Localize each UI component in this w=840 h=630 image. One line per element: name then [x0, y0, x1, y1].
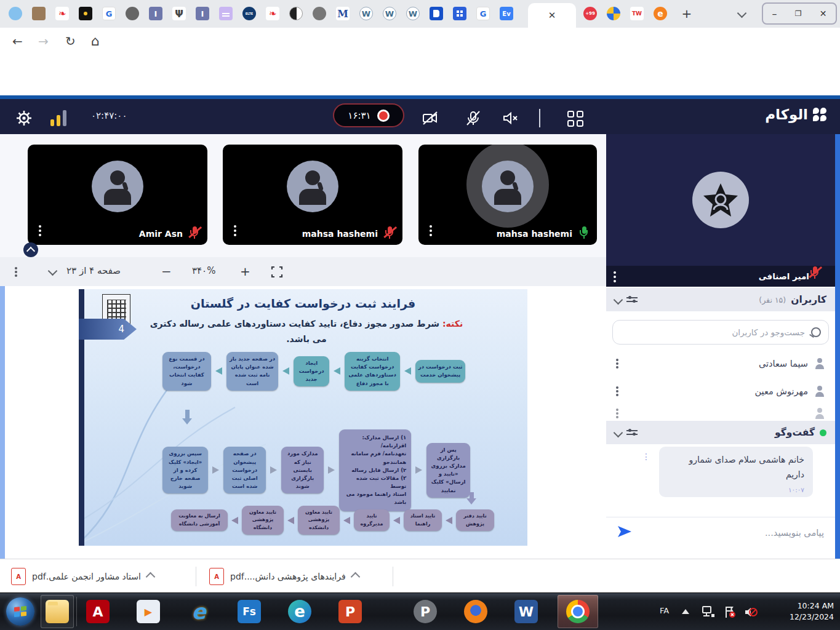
- tab-tw-icon[interactable]: TW: [630, 7, 644, 20]
- speaker-muted-icon[interactable]: [501, 109, 519, 127]
- left-scrollbar[interactable]: [0, 286, 5, 559]
- record-icon[interactable]: [377, 110, 390, 122]
- taskbar-psiphon-button[interactable]: P: [409, 595, 442, 628]
- tab-close-icon[interactable]: ✕: [548, 10, 556, 21]
- taskbar-powerpoint-button[interactable]: P: [334, 595, 367, 628]
- download-file-name[interactable]: فرایندهای پژوهشی دانش....pdf: [230, 572, 346, 581]
- window-restore-button[interactable]: ❐: [795, 9, 802, 18]
- pinned-tab-gmail-icon[interactable]: M: [336, 7, 350, 20]
- user-menu-kebab-icon[interactable]: [616, 386, 618, 389]
- tab-e-orange-icon[interactable]: e: [654, 7, 667, 20]
- user-list-item[interactable]: سیما سعادتی: [606, 351, 835, 377]
- window-close-button[interactable]: ✕: [820, 9, 827, 18]
- flow-box: سپس برروی «ایجاد» کلیک کرده و از صفحه خا…: [162, 447, 208, 493]
- pinned-tab-translate-icon[interactable]: G: [476, 7, 490, 20]
- recording-pill[interactable]: ۱۶:۳۱: [334, 105, 403, 126]
- tab-swirl-icon[interactable]: [607, 7, 620, 20]
- pinned-tab-camera-icon[interactable]: [79, 7, 92, 20]
- pinned-tab-globe-icon[interactable]: [126, 7, 139, 20]
- layout-grid-icon[interactable]: [567, 111, 583, 127]
- action-center-flag-icon[interactable]: [724, 605, 736, 621]
- user-list-item-partial[interactable]: [606, 406, 835, 421]
- taskbar-media-player-button[interactable]: ▶: [132, 595, 165, 628]
- pinned-tab-red-bird-icon[interactable]: ❧: [266, 7, 279, 20]
- pinned-tab-card-icon[interactable]: [219, 7, 233, 20]
- tab-plus99-icon[interactable]: +99: [583, 7, 597, 20]
- back-icon[interactable]: ←: [12, 35, 23, 47]
- pinned-tab-wordpress-icon[interactable]: W: [359, 7, 373, 20]
- camera-off-icon[interactable]: [421, 109, 439, 127]
- pinned-tab-grid-icon[interactable]: [453, 7, 466, 20]
- collapse-tiles-button[interactable]: [23, 242, 38, 257]
- doc-menu-kebab-icon[interactable]: [15, 267, 17, 269]
- taskbar-word-button[interactable]: W: [510, 595, 543, 628]
- zoom-in-button[interactable]: +: [240, 264, 250, 279]
- taskbar-adobe-button[interactable]: A: [81, 595, 114, 628]
- chat-section-header[interactable]: گفت‌وگو: [606, 421, 835, 444]
- network-icon[interactable]: [702, 605, 715, 620]
- volume-muted-icon[interactable]: [743, 605, 758, 621]
- pinned-tab-cloud-icon[interactable]: [9, 7, 22, 20]
- download-file-name[interactable]: استاد مشاور انجمن علمی.pdf: [32, 572, 141, 581]
- send-message-icon[interactable]: [616, 525, 632, 541]
- taskbar-edge-button[interactable]: e: [283, 595, 316, 628]
- taskbar-firefox-button[interactable]: [459, 595, 492, 628]
- tile-menu-kebab-icon[interactable]: [234, 225, 236, 228]
- pinned-tab-ev-icon[interactable]: Ev: [500, 7, 513, 20]
- pinned-tab-avatar-icon[interactable]: [289, 7, 303, 20]
- page-chevron-icon[interactable]: [49, 268, 56, 274]
- pinned-tab-i-icon[interactable]: I: [196, 7, 209, 20]
- taskbar-chrome-button-active[interactable]: [558, 595, 598, 628]
- presenter-menu-kebab-icon[interactable]: [614, 271, 616, 274]
- user-list-item[interactable]: مهرنوش معین: [606, 378, 835, 404]
- taskbar-ie-button[interactable]: e: [182, 595, 215, 628]
- pinned-tab-wordpress-icon[interactable]: W: [383, 7, 396, 20]
- connection-signal-icon[interactable]: [50, 109, 69, 126]
- home-icon[interactable]: ⌂: [91, 34, 100, 48]
- user-menu-kebab-icon[interactable]: [616, 409, 618, 411]
- system-clock[interactable]: 10:24 AM 12/23/2024: [790, 600, 834, 623]
- chat-filter-icon[interactable]: [626, 428, 638, 437]
- chat-collapse-chevron-icon[interactable]: [614, 428, 623, 437]
- reload-icon[interactable]: ↻: [65, 35, 76, 47]
- chat-message-input[interactable]: [638, 527, 825, 538]
- user-menu-kebab-icon[interactable]: [616, 359, 618, 361]
- users-filter-icon[interactable]: [626, 295, 638, 304]
- pinned-tab-fork-icon[interactable]: Ψ: [172, 7, 186, 20]
- pinned-tab-elte-icon[interactable]: ELTE: [242, 7, 256, 20]
- tray-expand-icon[interactable]: [682, 609, 689, 614]
- window-minimize-button[interactable]: –: [772, 8, 777, 20]
- pinned-tab-i-icon[interactable]: I: [149, 7, 162, 20]
- pinned-tab-red-bird-icon[interactable]: ❧: [55, 7, 69, 20]
- download-chevron-up-icon[interactable]: [146, 572, 156, 581]
- pinned-tab-globe-icon[interactable]: [313, 7, 326, 20]
- forward-icon[interactable]: →: [38, 35, 49, 47]
- tab-list-chevron-icon[interactable]: [738, 10, 745, 17]
- new-tab-button[interactable]: +: [680, 7, 694, 20]
- pinned-tab-book-icon[interactable]: [430, 7, 443, 20]
- tile-menu-kebab-icon[interactable]: [430, 225, 432, 228]
- users-collapse-chevron-icon[interactable]: [614, 295, 623, 305]
- taskbar-faststone-button[interactable]: Fs: [233, 595, 266, 628]
- download-item[interactable]: A فرایندهای پژوهشی دانش....pdf: [209, 565, 359, 588]
- taskbar-explorer-button[interactable]: [41, 595, 74, 628]
- panel-scrollbar[interactable]: [835, 134, 840, 559]
- download-chevron-up-icon[interactable]: [350, 572, 360, 581]
- pinned-tab-wordpress-icon[interactable]: W: [406, 7, 420, 20]
- user-search-input[interactable]: [620, 327, 806, 338]
- pinned-tab-translate-icon[interactable]: G: [102, 7, 116, 20]
- active-tab[interactable]: ✕: [528, 3, 576, 28]
- user-search-box[interactable]: [612, 320, 829, 345]
- message-menu-kebab-icon[interactable]: ⋮: [642, 452, 650, 461]
- chat-message[interactable]: خانم هاشمی سلام صدای شمارو داریم ۱۰:۰۷: [659, 447, 813, 497]
- zoom-out-button[interactable]: −: [161, 264, 172, 279]
- fullscreen-icon[interactable]: [271, 266, 283, 278]
- language-indicator[interactable]: FA: [660, 606, 669, 615]
- tile-menu-kebab-icon[interactable]: [39, 225, 41, 228]
- download-item[interactable]: A استاد مشاور انجمن علمی.pdf: [11, 565, 154, 588]
- mic-off-icon[interactable]: [464, 109, 482, 127]
- users-section-header[interactable]: کاربران (۱۵ نفر): [606, 288, 835, 311]
- pinned-tab-gavel-icon[interactable]: [32, 7, 46, 20]
- start-button[interactable]: [4, 595, 37, 628]
- settings-gear-icon[interactable]: [15, 109, 33, 130]
